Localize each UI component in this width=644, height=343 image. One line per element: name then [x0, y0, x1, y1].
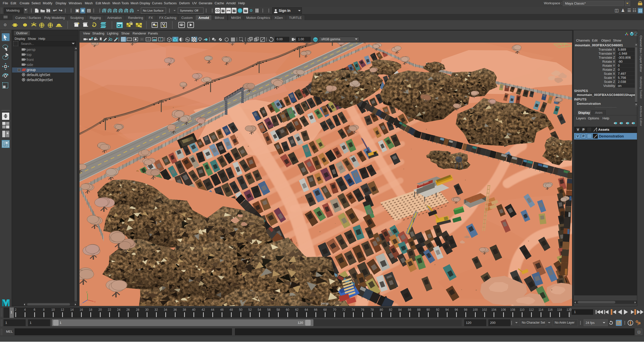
svg-text:x: x: [94, 300, 96, 303]
svg-text:T: T: [160, 38, 162, 41]
svg-text:persp: persp: [321, 302, 329, 305]
svg-text:GN: GN: [314, 39, 317, 41]
svg-text:y: y: [86, 291, 88, 293]
svg-text:z: z: [80, 303, 82, 305]
